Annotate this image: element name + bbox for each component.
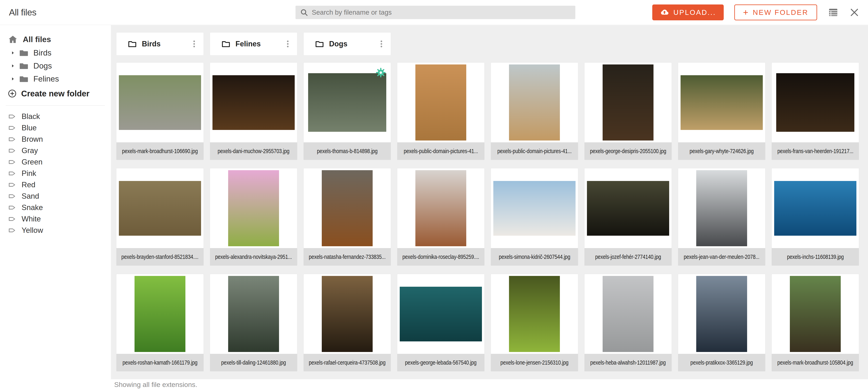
upload-button[interactable]: UPLOAD... xyxy=(652,4,724,20)
file-thumbnail-area xyxy=(210,63,297,142)
file-card[interactable]: pexels-jean-van-der-meulen-2078... xyxy=(678,168,766,266)
file-card[interactable]: pexels-george-lebada-567540.jpg xyxy=(397,274,485,371)
file-thumbnail xyxy=(681,75,763,130)
file-card[interactable]: pexels-george-desipris-2055100.jpg xyxy=(584,62,672,160)
tag-item-black[interactable]: Black xyxy=(0,111,111,122)
kebab-menu-icon[interactable] xyxy=(190,39,198,48)
file-card[interactable]: pexels-rafael-cerqueira-4737508.jpg xyxy=(304,274,391,371)
tag-item-red[interactable]: Red xyxy=(0,179,111,191)
folder-card-label: Dogs xyxy=(329,40,377,48)
file-grid: pexels-mark-broadhurst-106690.jpg pexels… xyxy=(116,62,868,371)
kebab-menu-icon[interactable] xyxy=(283,39,292,48)
file-thumbnail-area xyxy=(397,63,484,142)
file-card[interactable]: pexels-till-daling-12461880.jpg xyxy=(210,274,297,371)
header-controls: UPLOAD... + NEW FOLDER xyxy=(652,0,860,25)
tag-item-gray[interactable]: Gray xyxy=(0,145,111,156)
file-card[interactable]: pexels-dominika-roseclay-895259.... xyxy=(397,168,485,266)
sidebar-item-felines[interactable]: Felines xyxy=(0,72,111,86)
file-card[interactable]: pexels-lone-jensen-2156310.jpg xyxy=(491,274,578,371)
list-view-icon xyxy=(828,7,839,18)
file-name: pexels-jozef-fehér-2774140.jpg xyxy=(595,253,661,260)
file-card[interactable]: pexels-public-domain-pictures-41... xyxy=(491,62,578,160)
page-title: All files xyxy=(9,7,36,18)
file-thumbnail xyxy=(509,276,560,352)
file-card[interactable]: pexels-inchs-11608139.jpg xyxy=(772,168,859,266)
file-thumbnail-area xyxy=(116,274,204,354)
file-thumbnail-area xyxy=(772,168,859,248)
file-card[interactable]: pexels-natasha-fernandez-733835... xyxy=(304,168,391,266)
folder-card-dogs[interactable]: Dogs xyxy=(304,32,391,56)
tag-label: Red xyxy=(22,181,35,189)
folder-card-felines[interactable]: Felines xyxy=(210,32,297,56)
file-name: pexels-thomas-b-814898.jpg xyxy=(317,148,377,155)
file-name: pexels-dani-muchow-2955703.jpg xyxy=(218,148,289,155)
file-caption: pexels-frans-van-heerden-191217... xyxy=(772,142,859,160)
file-caption: pexels-heba-alwahsh-12011987.jpg xyxy=(585,354,672,371)
file-name: pexels-alexandra-novitskaya-2951... xyxy=(215,253,292,260)
caret-right-icon[interactable] xyxy=(10,51,15,55)
file-card[interactable]: pexels-public-domain-pictures-41... xyxy=(397,62,485,160)
caret-right-icon[interactable] xyxy=(10,64,15,68)
file-card[interactable]: pexels-thomas-b-814898.jpg xyxy=(304,62,391,160)
file-card[interactable]: pexels-simona-kidrič-2607544.jpg xyxy=(491,168,578,266)
file-thumbnail-area xyxy=(304,168,391,248)
cloud-upload-icon xyxy=(660,8,669,17)
new-folder-button[interactable]: + NEW FOLDER xyxy=(734,4,817,20)
search-bar xyxy=(296,6,575,19)
file-card[interactable]: pexels-brayden-stanford-8521834.... xyxy=(116,168,204,266)
folder-icon xyxy=(19,74,29,84)
file-card[interactable]: pexels-alexandra-novitskaya-2951... xyxy=(210,168,297,266)
file-card[interactable]: pexels-mark-broadhurst-105804.jpg xyxy=(772,274,859,371)
tag-item-pink[interactable]: Pink xyxy=(0,168,111,179)
sidebar-item-dogs[interactable]: Dogs xyxy=(0,59,111,72)
close-button[interactable] xyxy=(849,7,860,18)
file-thumbnail xyxy=(213,75,295,130)
file-card[interactable]: pexels-dani-muchow-2955703.jpg xyxy=(210,62,297,160)
file-caption: pexels-public-domain-pictures-41... xyxy=(397,142,484,160)
tag-item-sand[interactable]: Sand xyxy=(0,191,111,202)
file-thumbnail-area xyxy=(772,63,859,142)
file-card[interactable]: pexels-heba-alwahsh-12011987.jpg xyxy=(584,274,672,371)
list-view-toggle-button[interactable] xyxy=(828,7,839,18)
file-caption: pexels-dominika-roseclay-895259.... xyxy=(397,248,484,266)
file-caption: pexels-pratikxox-3365129.jpg xyxy=(678,354,765,371)
tag-item-blue[interactable]: Blue xyxy=(0,122,111,134)
file-thumbnail xyxy=(493,181,576,236)
file-card[interactable]: pexels-mark-broadhurst-106690.jpg xyxy=(116,62,204,160)
file-name: pexels-till-daling-12461880.jpg xyxy=(221,359,286,366)
file-card[interactable]: pexels-pratikxox-3365129.jpg xyxy=(678,274,766,371)
create-new-folder-button[interactable]: Create new folder xyxy=(0,87,111,100)
tag-item-white[interactable]: White xyxy=(0,213,111,225)
file-name: pexels-dominika-roseclay-895259.... xyxy=(402,253,479,260)
file-name: pexels-mark-broadhurst-105804.jpg xyxy=(777,359,853,366)
sidebar-item-birds[interactable]: Birds xyxy=(0,46,111,59)
kebab-menu-icon[interactable] xyxy=(377,39,386,48)
file-name: pexels-inchs-11608139.jpg xyxy=(787,253,844,260)
folder-card-birds[interactable]: Birds xyxy=(116,32,204,56)
search-input[interactable] xyxy=(311,8,571,17)
tag-label: Snake xyxy=(22,203,43,212)
tag-item-snake[interactable]: Snake xyxy=(0,202,111,213)
tag-item-brown[interactable]: Brown xyxy=(0,134,111,145)
file-card[interactable]: pexels-roshan-kamath-1661179.jpg xyxy=(116,274,204,371)
tag-item-green[interactable]: Green xyxy=(0,156,111,168)
file-thumbnail xyxy=(776,73,855,132)
file-card[interactable]: pexels-jozef-fehér-2774140.jpg xyxy=(584,168,672,266)
file-card[interactable]: pexels-gary-whyte-724626.jpg xyxy=(678,62,766,160)
tag-item-yellow[interactable]: Yellow xyxy=(0,225,111,236)
tag-label: Sand xyxy=(22,192,39,200)
file-thumbnail xyxy=(308,73,386,132)
caret-right-icon[interactable] xyxy=(10,77,15,81)
content-area: Birds Felines Dogs pexels-mark-broadhurs… xyxy=(111,25,868,390)
tag-icon xyxy=(8,158,16,166)
file-thumbnail xyxy=(400,287,482,342)
file-card[interactable]: pexels-frans-van-heerden-191217... xyxy=(772,62,859,160)
tag-icon xyxy=(8,169,16,177)
file-thumbnail xyxy=(790,276,841,352)
tag-label: White xyxy=(22,215,41,223)
file-name: pexels-george-lebada-567540.jpg xyxy=(405,359,477,366)
file-caption: pexels-george-lebada-567540.jpg xyxy=(397,354,484,371)
file-name: pexels-gary-whyte-724626.jpg xyxy=(690,148,754,155)
file-caption: pexels-mark-broadhurst-106690.jpg xyxy=(116,142,204,160)
sidebar-item-all-files[interactable]: All files xyxy=(0,34,111,45)
